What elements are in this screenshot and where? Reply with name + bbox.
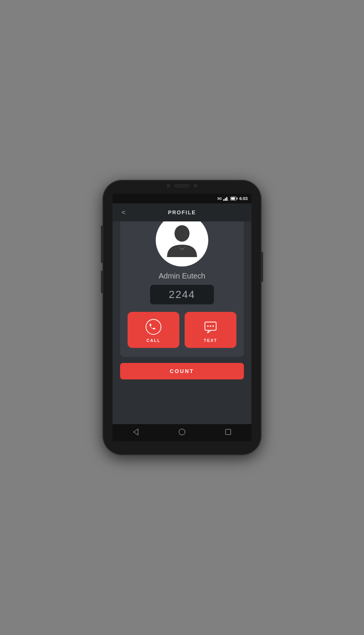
avatar — [156, 221, 208, 266]
phone-top-bar — [167, 184, 197, 187]
clock: 6:03 — [239, 196, 248, 201]
svg-rect-8 — [226, 429, 231, 435]
home-nav-button[interactable] — [172, 425, 192, 440]
count-button[interactable]: COUNT — [120, 363, 244, 379]
svg-point-3 — [207, 325, 209, 327]
network-indicator: 3G — [217, 197, 222, 200]
svg-point-5 — [212, 325, 214, 327]
content-area: Admin Eutech 2244 CALL — [113, 221, 251, 424]
page-title: PROFILE — [168, 209, 196, 215]
svg-point-0 — [174, 225, 190, 242]
recent-nav-icon — [224, 428, 232, 436]
svg-marker-6 — [134, 429, 138, 435]
svg-point-4 — [210, 325, 211, 327]
back-button[interactable]: < — [119, 207, 129, 218]
call-button[interactable]: CALL — [128, 312, 179, 348]
extension-badge: 2244 — [150, 285, 214, 304]
phone-screen: 3G 6:03 < PROFILE — [113, 194, 251, 441]
recent-nav-button[interactable] — [218, 425, 238, 440]
front-camera — [167, 184, 170, 187]
sensor — [194, 184, 197, 187]
back-nav-button[interactable] — [126, 425, 146, 440]
battery-icon — [230, 197, 236, 200]
text-button[interactable]: TEXT — [185, 312, 236, 348]
phone-device: 3G 6:03 < PROFILE — [103, 181, 261, 454]
svg-point-1 — [146, 319, 161, 334]
call-icon — [145, 319, 162, 335]
profile-card: Admin Eutech 2244 CALL — [120, 221, 244, 357]
status-bar: 3G 6:03 — [113, 194, 251, 203]
home-nav-icon — [178, 428, 186, 436]
speaker-grille — [174, 184, 190, 187]
avatar-image — [163, 221, 201, 259]
contact-name: Admin Eutech — [159, 272, 206, 280]
svg-point-7 — [179, 429, 185, 435]
signal-icon — [223, 196, 229, 201]
call-button-label: CALL — [146, 338, 160, 343]
text-button-label: TEXT — [204, 338, 217, 343]
text-icon — [202, 319, 219, 335]
bottom-navigation — [113, 424, 251, 441]
back-nav-icon — [132, 428, 140, 436]
action-buttons: CALL TEXT — [128, 312, 236, 348]
app-header: < PROFILE — [113, 203, 251, 221]
extension-number: 2244 — [169, 289, 195, 301]
